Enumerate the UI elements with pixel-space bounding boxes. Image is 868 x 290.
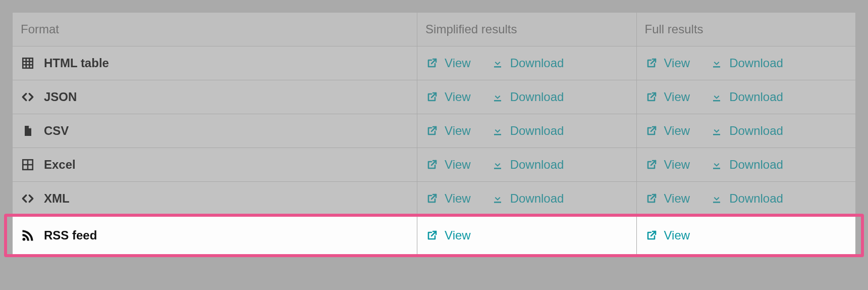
download-label: Download xyxy=(729,191,783,206)
view-label: View xyxy=(445,228,471,243)
svg-rect-6 xyxy=(494,66,501,68)
download-link[interactable]: Download xyxy=(491,124,564,138)
header-full: Full results xyxy=(636,13,855,46)
view-link[interactable]: View xyxy=(425,158,471,172)
svg-line-5 xyxy=(431,59,436,64)
view-label: View xyxy=(664,191,690,206)
svg-rect-10 xyxy=(494,100,501,102)
table-row: XMLViewDownloadViewDownload xyxy=(13,182,856,216)
format-label: CSV xyxy=(44,124,69,138)
view-label: View xyxy=(664,56,690,70)
download-label: Download xyxy=(729,124,783,138)
table-header-row: Format Simplified results Full results xyxy=(13,13,856,46)
open-external-icon xyxy=(425,57,439,70)
view-link[interactable]: View xyxy=(645,124,690,138)
svg-line-24 xyxy=(431,195,436,199)
svg-line-11 xyxy=(651,93,656,98)
format-label: XML xyxy=(44,191,70,206)
code-icon xyxy=(21,191,35,206)
download-link[interactable]: Download xyxy=(710,158,783,172)
view-label: View xyxy=(664,158,690,172)
view-link[interactable]: View xyxy=(645,191,690,206)
download-link[interactable]: Download xyxy=(710,191,783,206)
header-simplified: Simplified results xyxy=(417,13,636,46)
svg-line-30 xyxy=(651,231,656,236)
svg-rect-0 xyxy=(23,58,33,68)
view-link[interactable]: View xyxy=(425,228,471,243)
svg-rect-21 xyxy=(494,168,501,169)
full-cell: ViewDownload xyxy=(636,148,855,182)
view-link[interactable]: View xyxy=(425,191,471,206)
format-cell: HTML table xyxy=(13,46,417,80)
format-cell: CSV xyxy=(13,114,417,148)
svg-rect-27 xyxy=(713,202,720,203)
download-icon xyxy=(491,124,504,137)
open-external-icon xyxy=(645,229,658,242)
svg-line-13 xyxy=(431,127,436,131)
view-label: View xyxy=(664,228,690,243)
simplified-cell: ViewDownload xyxy=(417,46,636,80)
view-label: View xyxy=(445,90,471,104)
download-icon xyxy=(491,57,504,70)
view-label: View xyxy=(445,191,471,206)
format-label: HTML table xyxy=(44,56,109,70)
svg-line-20 xyxy=(431,161,436,165)
download-link[interactable]: Download xyxy=(491,158,564,172)
svg-line-29 xyxy=(431,231,436,236)
view-label: View xyxy=(445,124,471,138)
view-link[interactable]: View xyxy=(425,56,471,70)
download-link[interactable]: Download xyxy=(710,56,783,70)
view-link[interactable]: View xyxy=(645,90,690,104)
table-row: RSS feedViewView xyxy=(13,216,856,255)
svg-line-7 xyxy=(651,59,656,64)
download-link[interactable]: Download xyxy=(491,90,564,104)
full-cell: ViewDownload xyxy=(636,80,855,114)
view-link[interactable]: View xyxy=(645,228,690,243)
view-label: View xyxy=(445,158,471,172)
open-external-icon xyxy=(425,158,439,171)
download-label: Download xyxy=(510,90,564,104)
full-cell: ViewDownload xyxy=(636,46,855,80)
grid-icon xyxy=(21,56,35,70)
full-cell: View xyxy=(636,216,855,255)
simplified-cell: ViewDownload xyxy=(417,148,636,182)
svg-rect-8 xyxy=(713,66,720,68)
view-label: View xyxy=(445,56,471,70)
open-external-icon xyxy=(425,192,439,205)
download-label: Download xyxy=(510,56,564,70)
simplified-cell: ViewDownload xyxy=(417,114,636,148)
rss-icon xyxy=(21,228,35,243)
format-label: Excel xyxy=(44,158,76,172)
download-link[interactable]: Download xyxy=(491,56,564,70)
table-row: ExcelViewDownloadViewDownload xyxy=(13,148,856,182)
svg-line-9 xyxy=(431,93,436,98)
download-icon xyxy=(710,124,723,137)
format-cell: Excel xyxy=(13,148,417,182)
download-label: Download xyxy=(729,56,783,70)
view-link[interactable]: View xyxy=(425,124,471,138)
view-link[interactable]: View xyxy=(645,158,690,172)
full-cell: ViewDownload xyxy=(636,182,855,216)
svg-line-26 xyxy=(651,195,656,199)
svg-line-15 xyxy=(651,127,656,131)
svg-point-28 xyxy=(23,237,26,240)
table-row: JSONViewDownloadViewDownload xyxy=(13,80,856,114)
simplified-cell: ViewDownload xyxy=(417,182,636,216)
format-cell: JSON xyxy=(13,80,417,114)
download-link[interactable]: Download xyxy=(491,191,564,206)
download-link[interactable]: Download xyxy=(710,90,783,104)
download-link[interactable]: Download xyxy=(710,124,783,138)
download-icon xyxy=(491,90,504,104)
view-link[interactable]: View xyxy=(425,90,471,104)
svg-line-22 xyxy=(651,161,656,165)
download-icon xyxy=(710,57,723,70)
header-format: Format xyxy=(13,13,417,46)
svg-rect-14 xyxy=(494,134,501,135)
download-label: Download xyxy=(510,158,564,172)
open-external-icon xyxy=(645,90,658,104)
open-external-icon xyxy=(645,57,658,70)
view-link[interactable]: View xyxy=(645,56,690,70)
open-external-icon xyxy=(645,124,658,137)
open-external-icon xyxy=(425,124,439,137)
download-label: Download xyxy=(729,90,783,104)
